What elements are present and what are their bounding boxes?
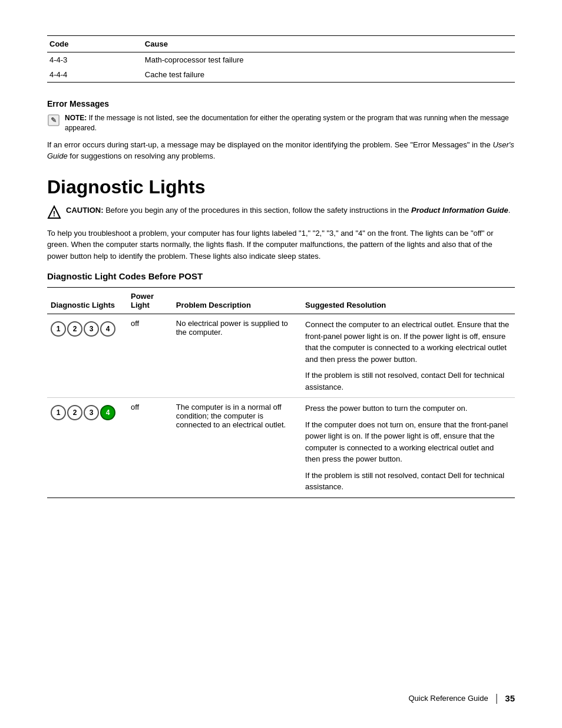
diagnostic-body-text: To help you troubleshoot a problem, your… <box>47 228 515 262</box>
diagnostic-sub-heading: Diagnostic Light Codes Before POST <box>47 271 515 281</box>
resolution-cell: Connect the computer to an electrical ou… <box>302 314 515 398</box>
footer: Quick Reference Guide | 35 <box>409 692 515 704</box>
note-text: NOTE: If the message is not listed, see … <box>65 113 515 133</box>
note-body: If the message is not listed, see the do… <box>65 114 509 132</box>
power-cell: off <box>127 398 173 498</box>
error-messages-heading: Error Messages <box>47 99 515 108</box>
code-cell: 4-4-4 <box>47 67 143 83</box>
resolution-paragraph: If the problem is still not resolved, co… <box>305 370 510 393</box>
light-circle: 1 <box>51 321 66 337</box>
light-circle: 3 <box>84 321 99 337</box>
table-row: 4-4-4Cache test failure <box>47 67 515 83</box>
error-body-text: If an error occurs during start-up, a me… <box>47 139 515 162</box>
light-circle: 2 <box>67 321 82 337</box>
lights-cell: 1234 <box>47 314 127 398</box>
table-row: 1234offThe computer is in a normal off c… <box>47 398 515 498</box>
desc-cell: No electrical power is supplied to the c… <box>173 314 302 398</box>
footer-page-number: 35 <box>505 693 515 703</box>
page: Code Cause 4-4-3Math-coprocessor test fa… <box>0 0 562 728</box>
note-label: NOTE: <box>65 114 87 122</box>
resolution-paragraph: If the problem is still not resolved, co… <box>305 470 510 493</box>
caution-text: CAUTION: Before you begin any of the pro… <box>66 205 510 216</box>
caution-icon: ! <box>47 205 61 219</box>
diagnostic-lights-heading: Diagnostic Lights <box>47 176 515 198</box>
light-circle: 4 <box>100 321 115 337</box>
cause-cell: Cache test failure <box>143 67 515 83</box>
light-circle: 3 <box>84 405 99 420</box>
resolution-paragraph: If the computer does not turn on, ensure… <box>305 419 510 465</box>
table-row: 1234offNo electrical power is supplied t… <box>47 314 515 398</box>
diag-col-desc: Problem Description <box>173 288 302 314</box>
resolution-cell: Press the power button to turn the compu… <box>302 398 515 498</box>
svg-text:✎: ✎ <box>51 116 57 124</box>
diag-col-res: Suggested Resolution <box>302 288 515 314</box>
col-header-cause: Cause <box>143 36 515 52</box>
diag-col-power: PowerLight <box>127 288 173 314</box>
light-circle: 2 <box>67 405 82 420</box>
cause-cell: Math-coprocessor test failure <box>143 52 515 68</box>
code-cause-table: Code Cause 4-4-3Math-coprocessor test fa… <box>47 35 515 83</box>
resolution-paragraph: Press the power button to turn the compu… <box>305 403 510 414</box>
col-header-code: Code <box>47 36 143 52</box>
lights-cell: 1234 <box>47 398 127 498</box>
desc-cell: The computer is in a normal off conditio… <box>173 398 302 498</box>
note-box: ✎ NOTE: If the message is not listed, se… <box>47 113 515 133</box>
table-row: 4-4-3Math-coprocessor test failure <box>47 52 515 68</box>
power-cell: off <box>127 314 173 398</box>
svg-text:!: ! <box>53 209 55 218</box>
resolution-paragraph: Connect the computer to an electrical ou… <box>305 319 510 365</box>
diag-col-lights: Diagnostic Lights <box>47 288 127 314</box>
note-icon: ✎ <box>47 114 60 127</box>
diagnostic-table: Diagnostic Lights PowerLight Problem Des… <box>47 287 515 498</box>
light-circle: 4 <box>100 405 115 420</box>
code-cell: 4-4-3 <box>47 52 143 68</box>
footer-separator: | <box>495 692 498 704</box>
footer-label: Quick Reference Guide <box>409 694 488 703</box>
light-circle: 1 <box>51 405 66 420</box>
caution-box: ! CAUTION: Before you begin any of the p… <box>47 205 515 219</box>
